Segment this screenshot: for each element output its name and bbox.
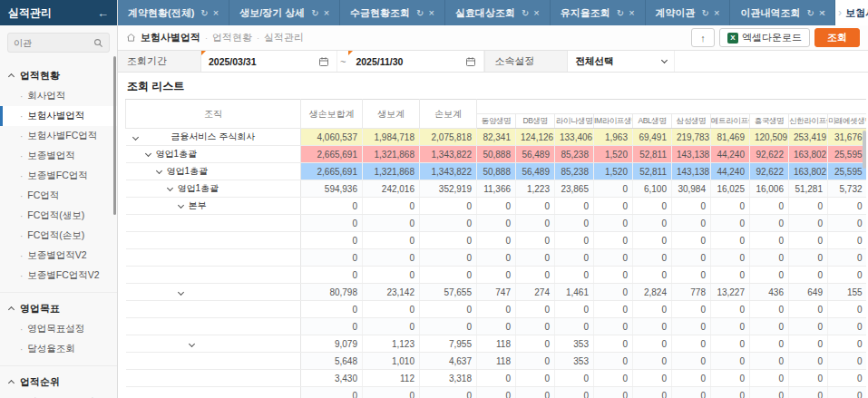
- sidebar-item-보험사별FC업적[interactable]: ·보험사별FC업적: [0, 126, 117, 146]
- tabs-next-icon[interactable]: ›: [838, 6, 842, 19]
- org-cell[interactable]: [126, 284, 301, 301]
- org-cell[interactable]: 영업1총괄: [126, 146, 301, 163]
- tab-close-icon[interactable]: ×: [429, 7, 434, 18]
- value-cell: 0: [594, 318, 633, 335]
- value-cell: 0: [420, 267, 477, 284]
- value-cell: 0: [516, 335, 555, 353]
- tree-expand-icon[interactable]: [132, 134, 138, 141]
- value-cell: 4,060,537: [301, 129, 363, 146]
- value-cell: 44,240: [711, 163, 750, 180]
- sidebar-item-회사업적[interactable]: ·회사업적: [0, 86, 117, 106]
- sidebar-section-header[interactable]: 업적순위: [0, 372, 117, 393]
- value-cell: 0: [828, 353, 867, 370]
- value-cell: 0: [789, 232, 828, 249]
- tab-refresh-icon[interactable]: ↻: [522, 8, 529, 18]
- tree-expand-icon[interactable]: [188, 340, 194, 346]
- value-cell: 0: [672, 267, 711, 284]
- sidebar-item-label: 회사업적: [27, 90, 65, 102]
- app-title: 실적관리: [8, 5, 52, 21]
- collapse-icon: [8, 73, 15, 80]
- sidebar-item-보종별FC업적[interactable]: ·보종별FC업적: [0, 166, 117, 186]
- bullet-icon: ·: [20, 151, 23, 161]
- org-cell[interactable]: 금융서비스 주식회사: [126, 129, 301, 146]
- search-input[interactable]: [14, 38, 93, 48]
- date-to-field[interactable]: 2025/11/30: [348, 51, 484, 72]
- sidebar-section-header[interactable]: 업적현황: [0, 65, 117, 86]
- tabs-close-all-icon[interactable]: ×: [854, 6, 861, 19]
- tree-expand-icon[interactable]: [177, 288, 183, 295]
- tab-close-icon[interactable]: ×: [629, 7, 634, 18]
- tree-expand-icon[interactable]: [144, 150, 151, 157]
- date-from-field[interactable]: 2025/03/31: [201, 51, 337, 72]
- sidebar-item-FC업적[interactable]: ·FC업적: [0, 186, 117, 206]
- tab-close-icon[interactable]: ×: [533, 7, 539, 18]
- org-setting-value: 전체선택: [575, 55, 613, 68]
- value-cell: 143,138: [672, 163, 711, 180]
- sidebar-item-label: FC업적(생보): [27, 209, 84, 222]
- breadcrumb-item[interactable]: 보험사별업적: [141, 31, 200, 44]
- tab-refresh-icon[interactable]: ↻: [702, 8, 709, 18]
- tab-refresh-icon[interactable]: ↻: [200, 8, 208, 18]
- tab-label: 계약현황(전체): [128, 6, 194, 20]
- value-cell: 0: [711, 249, 750, 267]
- tab-close-icon[interactable]: ×: [213, 7, 219, 18]
- scroll-top-button[interactable]: ↑: [691, 28, 715, 47]
- collapse-sidebar-icon[interactable]: ←: [97, 6, 109, 20]
- org-cell[interactable]: 영업1총괄: [126, 163, 301, 180]
- value-cell: 0: [555, 215, 594, 232]
- tab-refresh-icon[interactable]: ↻: [311, 8, 318, 18]
- tabs-prev-icon[interactable]: ‹: [822, 6, 825, 19]
- sidebar-item-보종별업적V2[interactable]: ·보종별업적V2: [0, 246, 117, 266]
- tab-refresh-icon[interactable]: ↻: [806, 8, 814, 18]
- sidebar-item-FC업적(손보)[interactable]: ·FC업적(손보): [0, 226, 117, 246]
- value-cell: 2,665,691: [301, 146, 363, 163]
- tab-close-icon[interactable]: ×: [714, 7, 719, 18]
- value-cell: 0: [594, 198, 633, 215]
- value-cell: 0: [555, 318, 594, 335]
- value-cell: 0: [750, 387, 789, 398]
- sidebar-scrollbar[interactable]: [113, 56, 116, 215]
- org-setting-select[interactable]: 전체선택: [568, 51, 675, 72]
- tab-이관내역조회[interactable]: 이관내역조회↻×: [730, 0, 835, 25]
- sidebar-item-보종별FC업적V2[interactable]: ·보종별FC업적V2: [0, 266, 117, 286]
- value-cell: 0: [301, 215, 363, 232]
- search-submit-button[interactable]: 조회: [814, 28, 860, 47]
- tab-수금현황조회[interactable]: 수금현황조회↻×: [340, 0, 445, 25]
- sidebar-item-지점별업적순위[interactable]: ·지점별업적순위: [0, 393, 117, 398]
- org-cell[interactable]: [126, 335, 301, 353]
- tree-expand-icon[interactable]: [166, 185, 172, 191]
- value-cell: 0: [420, 318, 477, 335]
- sidebar-item-달성율조회[interactable]: ·달성율조회: [0, 339, 117, 359]
- value-cell: 52,811: [633, 146, 672, 163]
- tab-실효대상조회[interactable]: 실효대상조회↻×: [445, 0, 551, 25]
- value-cell: 0: [789, 387, 828, 398]
- home-icon: [126, 33, 136, 43]
- value-cell: 3,318: [420, 370, 477, 387]
- sidebar-item-FC업적(생보)[interactable]: ·FC업적(생보): [0, 206, 117, 226]
- vertical-scrollbar[interactable]: [863, 131, 866, 169]
- tab-refresh-icon[interactable]: ↻: [416, 8, 424, 18]
- value-cell: 57,655: [420, 284, 477, 301]
- calendar-icon[interactable]: [318, 56, 329, 67]
- org-cell[interactable]: 본부: [126, 198, 301, 215]
- tab-refresh-icon[interactable]: ↻: [617, 8, 624, 18]
- tab-close-icon[interactable]: ×: [324, 7, 329, 18]
- tab-생보/장기 상세[interactable]: 생보/장기 상세↻×: [229, 0, 340, 25]
- table-row: 금융서비스 주식회사4,060,5371,984,7182,075,81882,…: [126, 129, 867, 146]
- tab-계약이관[interactable]: 계약이관↻×: [646, 0, 731, 25]
- sidebar-item-보종별업적[interactable]: ·보종별업적: [0, 146, 117, 166]
- calendar-icon[interactable]: [465, 56, 476, 67]
- tree-expand-icon[interactable]: [177, 202, 183, 209]
- value-cell: 9,079: [301, 335, 363, 353]
- tab-유지율조회[interactable]: 유지율조회↻×: [551, 0, 646, 25]
- sidebar-section-header[interactable]: 영업목표: [0, 298, 117, 319]
- sidebar-nav: 업적현황·회사업적·보험사별업적·보험사별FC업적·보종별업적·보종별FC업적·…: [0, 56, 117, 398]
- tab-계약현황(전체)[interactable]: 계약현황(전체)↻×: [118, 0, 229, 25]
- sidebar-item-영업목표설정[interactable]: ·영업목표설정: [0, 319, 117, 339]
- tree-expand-icon[interactable]: [155, 168, 161, 174]
- excel-download-button[interactable]: X 엑셀다운로드: [719, 28, 810, 47]
- org-cell[interactable]: 영업1총괄: [126, 180, 301, 198]
- value-cell: 0: [363, 267, 420, 284]
- value-cell: 0: [363, 215, 420, 232]
- sidebar-item-보험사별업적[interactable]: ·보험사별업적: [0, 106, 117, 126]
